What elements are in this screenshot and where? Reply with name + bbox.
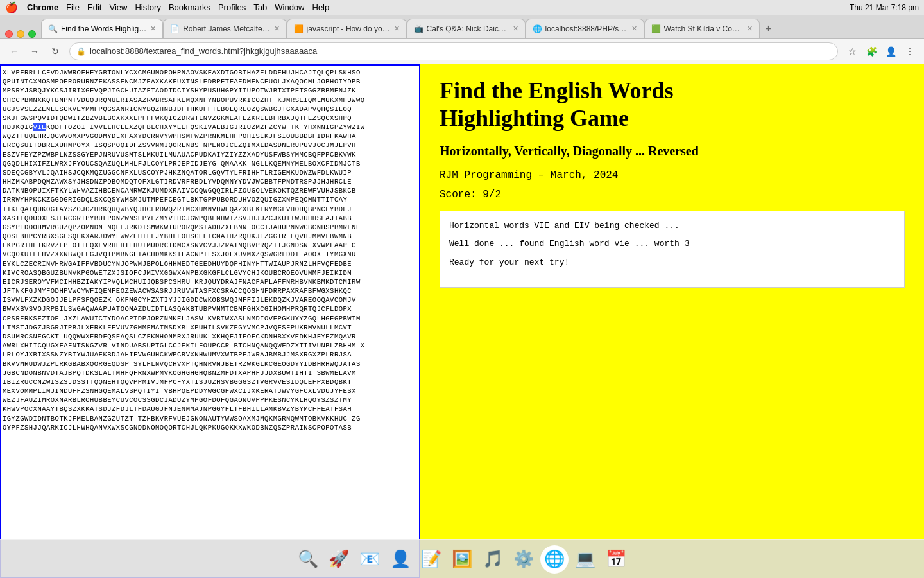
tab-favicon-6: 🟩 [651,24,660,33]
apple-menu[interactable]: 🍎 [5,1,18,13]
menu-tab[interactable]: Tab [253,3,267,12]
tab-6[interactable]: 🟩 Watch St Kilda v Co… ✕ [644,19,760,38]
tab-close-6[interactable]: ✕ [747,24,753,33]
dock-music[interactable]: 🎵 [479,545,507,574]
tab-close-4[interactable]: ✕ [513,24,518,33]
url-text: localhost:8888/textarea_find_words.html?… [90,46,317,56]
profile-button[interactable]: 👤 [882,42,900,60]
game-title: Find the English Words Highlighting Game [440,77,905,132]
menu-history[interactable]: History [135,3,160,12]
tab-close-3[interactable]: ✕ [394,24,400,33]
tab-close-2[interactable]: ✕ [274,24,280,33]
menu-profiles[interactable]: Profiles [218,3,246,12]
dock-notes[interactable]: 📝 [417,545,445,574]
tab-label-2: Robert James Metcalfe… [183,24,270,33]
menu-help[interactable]: Help [312,3,330,12]
maximize-button[interactable] [28,30,36,38]
dock-chrome[interactable]: 🌐 [540,545,569,574]
menu-edit[interactable]: Edit [87,3,101,12]
dock-contacts[interactable]: 👤 [386,545,415,574]
status-line-3: Ready for your next try! [449,256,895,270]
tab-label-5: localhost:8888/PHP/su… [545,24,628,33]
toolbar: ← → ↻ 🔒 localhost:8888/textarea_find_wor… [0,39,924,64]
menu-button[interactable]: ⋮ [901,42,919,60]
tab-3[interactable]: 🟧 javascript - How do yo… ✕ [287,19,407,38]
reload-button[interactable]: ↻ [46,42,64,60]
tab-label-1: Find the Words Highlig… [61,24,146,33]
menu-chrome[interactable]: Chrome [27,3,58,12]
bookmark-button[interactable]: ☆ [843,42,861,60]
menu-bookmarks[interactable]: Bookmarks [169,3,210,12]
menu-view[interactable]: View [109,3,127,12]
menu-window[interactable]: Window [275,3,304,12]
score-line: Score: 9/2 [440,189,905,200]
menu-file[interactable]: File [66,3,80,12]
word-grid[interactable]: XLVPFRRLLCFVDJWWROFHFYGBTONLYCXCMGUMOPOH… [0,64,420,578]
new-tab-button[interactable]: + [760,20,778,38]
page-content: XLVPFRRLLCFVDJWWROFHFYGBTONLYCXCMGUMOPOH… [0,64,924,578]
right-panel: Find the English Words Highlighting Game… [420,64,924,578]
tab-2[interactable]: 📄 Robert James Metcalfe… ✕ [163,19,286,38]
traffic-lights [5,30,36,38]
menubar-right: Thu 21 Mar 7:18 pm [850,3,919,12]
dock: 🔍 🚀 📧 👤 📝 🖼️ 🎵 ⚙️ 🌐 💻 📅 [0,539,924,578]
status-line-2: Well done ... found English word vie ...… [449,237,895,251]
tab-label-3: javascript - How do yo… [307,24,390,33]
forward-button[interactable]: → [26,42,44,60]
back-button[interactable]: ← [5,42,23,60]
tab-1[interactable]: 🔍 Find the Words Highlig… ✕ [41,19,163,38]
menubar: 🍎 Chrome File Edit View History Bookmark… [0,0,924,15]
minimize-button[interactable] [17,30,24,38]
status-box: Horizontal words VIE and EIV being check… [440,211,905,288]
game-meta: RJM Programming – March, 2024 [440,170,905,181]
dock-terminal[interactable]: 💻 [571,545,599,574]
tab-close-1[interactable]: ✕ [150,24,156,33]
word-grid-container: XLVPFRRLLCFVDJWWROFHFYGBTONLYCXCMGUMOPOH… [0,64,420,578]
dock-mail[interactable]: 📧 [355,545,384,574]
toolbar-right: ☆ 🧩 👤 ⋮ [843,42,919,60]
security-icon: 🔒 [76,47,86,56]
datetime: Thu 21 Mar 7:18 pm [850,3,919,12]
close-button[interactable] [5,30,13,38]
tab-favicon-4: 📺 [414,24,423,33]
tab-close-5[interactable]: ✕ [631,24,637,33]
browser-chrome: 🔍 Find the Words Highlig… ✕ 📄 Robert Jam… [0,15,924,64]
tab-4[interactable]: 📺 Cal's Q&A: Nick Daicos… ✕ [407,19,526,38]
tab-favicon-3: 🟧 [294,24,303,33]
dock-photos[interactable]: 🖼️ [448,545,476,574]
dock-settings[interactable]: ⚙️ [509,545,538,574]
dock-launchpad[interactable]: 🚀 [325,545,353,574]
tab-favicon-1: 🔍 [48,24,57,33]
tab-5[interactable]: 🌐 localhost:8888/PHP/su… ✕ [526,19,644,38]
tabbar: 🔍 Find the Words Highlig… ✕ 📄 Robert Jam… [0,15,924,39]
tab-label-6: Watch St Kilda v Co… [664,24,743,33]
extensions-button[interactable]: 🧩 [862,42,880,60]
tab-favicon-2: 📄 [170,24,179,33]
game-subtitle: Horizontally, Vertically, Diagonally ...… [440,143,905,159]
dock-calendar[interactable]: 📅 [602,545,630,574]
tab-label-4: Cal's Q&A: Nick Daicos… [427,24,509,33]
tab-favicon-5: 🌐 [533,24,542,33]
dock-finder[interactable]: 🔍 [294,545,322,574]
address-bar[interactable]: 🔒 localhost:8888/textarea_find_words.htm… [69,42,838,60]
status-line-1: Horizontal words VIE and EIV being check… [449,219,895,233]
